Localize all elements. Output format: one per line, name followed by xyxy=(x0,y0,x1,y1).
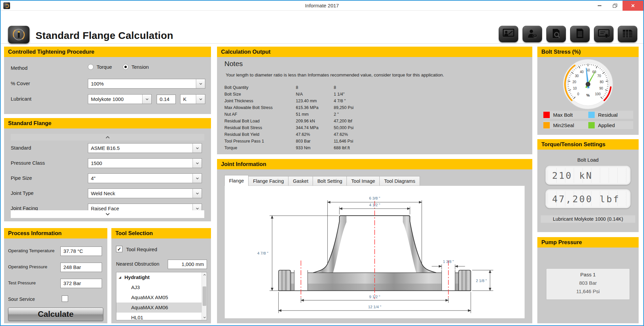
svg-text:90: 90 xyxy=(599,87,603,90)
method-option-tension[interactable]: Tension xyxy=(123,64,149,70)
dim-overall: 12 1/4 " xyxy=(368,305,381,309)
pressure-class-select[interactable]: 1500 xyxy=(88,158,202,168)
calc-output-row: Residual Bolt Load209.96 kN47,200 lbf xyxy=(224,119,527,125)
pipe-size-select[interactable]: 4" xyxy=(88,173,202,183)
test-pressure-input[interactable]: 372 Bar xyxy=(60,279,102,288)
tab-tool-diagrams[interactable]: Tool Diagrams xyxy=(380,176,420,186)
obstruction-label: Nearest Obstruction xyxy=(116,261,159,267)
radio-icon[interactable] xyxy=(123,64,128,70)
document-search-icon xyxy=(551,28,561,40)
scrollbar-thumb[interactable] xyxy=(203,286,206,306)
legend-item-residual: Residual xyxy=(588,112,633,118)
report-button[interactable] xyxy=(570,26,590,42)
bolt-stress-gauge: 0102030405060708090100% xyxy=(561,58,614,112)
joint-tabs: FlangeFlange FacingGasketBolt SettingToo… xyxy=(224,175,420,186)
calculation-output-panel: Calculation Output Notes Your length to … xyxy=(217,47,532,154)
svg-text:40: 40 xyxy=(580,70,584,74)
legend-swatch xyxy=(588,112,595,118)
cover-select[interactable]: 100% xyxy=(88,79,205,89)
informate-logo-icon xyxy=(8,26,30,44)
operating-pressure-input[interactable]: 248 Bar xyxy=(60,263,102,272)
tool-item-aj3[interactable]: AJ3 xyxy=(116,282,202,292)
training-presentation-button[interactable] xyxy=(499,26,518,42)
chevron-down-icon[interactable] xyxy=(142,95,151,104)
chevron-up-icon xyxy=(106,136,110,139)
field-label: Pressure Class xyxy=(11,160,45,166)
joint-type-select[interactable]: Weld Neck xyxy=(88,188,202,198)
scroll-down-icon[interactable] xyxy=(202,315,207,320)
process-information-panel: Process Information Operating Temperatur… xyxy=(4,228,107,323)
app-icon xyxy=(3,2,10,9)
chevron-down-icon[interactable] xyxy=(193,189,202,198)
chevron-down-icon[interactable] xyxy=(193,159,202,168)
legend-item-min2seal: Min2Seal xyxy=(543,122,588,128)
tool-required-checkbox[interactable]: ✓ xyxy=(116,246,122,252)
chevron-down-icon[interactable] xyxy=(193,174,202,183)
lubricant-select[interactable]: Molykote 1000 xyxy=(88,94,152,104)
presentation-icon xyxy=(502,29,515,40)
chevron-down-icon[interactable] xyxy=(196,79,205,88)
obstruction-input[interactable]: 1,000 mm xyxy=(168,260,207,269)
window-title: Informate 2017 xyxy=(1,3,643,8)
pass-bar-value: 803 Bar xyxy=(546,280,630,286)
tool-group-hydratight[interactable]: ◢Hydratight xyxy=(116,272,202,282)
panel-title: Pump Pressure xyxy=(537,237,639,248)
tool-list-scrollbar[interactable] xyxy=(202,272,207,320)
expander-icon[interactable]: ◢ xyxy=(119,272,121,282)
calculate-button[interactable]: Calculate xyxy=(8,308,103,321)
titlebar: Informate 2017 ✕ xyxy=(1,1,643,11)
close-button[interactable]: ✕ xyxy=(623,1,643,11)
k-unit-select[interactable]: K xyxy=(180,94,205,104)
tab-tool-image[interactable]: Tool Image xyxy=(347,176,380,186)
restore-button[interactable] xyxy=(607,1,623,11)
calc-output-row: Bolt SizeN/A1 1/4" xyxy=(224,92,527,99)
pump-pass-box: Pass 1 803 Bar 11,646 Psi xyxy=(546,268,630,300)
operating-temperature-input[interactable]: 37.78 °C xyxy=(60,247,102,256)
panel-title: Torque/Tension Settings xyxy=(537,139,639,150)
sour-service-label: Sour Service xyxy=(8,296,35,302)
tab-flange[interactable]: Flange xyxy=(224,175,249,186)
legend-item-max-bolt: Max Bolt xyxy=(543,112,588,118)
legend-swatch xyxy=(543,122,550,128)
document-preview-button[interactable] xyxy=(546,26,566,42)
svg-text:100: 100 xyxy=(595,92,601,96)
method-options: TorqueTension xyxy=(88,64,156,70)
tool-required-label: Tool Required xyxy=(126,247,157,252)
chevron-down-icon[interactable] xyxy=(196,95,205,104)
svg-text:10: 10 xyxy=(573,87,577,90)
certificate-icon xyxy=(598,29,610,40)
sour-service-checkbox[interactable] xyxy=(62,295,68,302)
radio-icon[interactable] xyxy=(88,64,94,70)
app-logo xyxy=(8,26,30,44)
tool-item-hl01[interactable]: HL01 xyxy=(116,313,202,320)
minimize-button[interactable] xyxy=(592,1,607,11)
lubricant-summary: Lubricant Molykote 1000 (0.14K) xyxy=(541,215,635,223)
scroll-down-strip[interactable] xyxy=(11,210,204,218)
field-label: Standard xyxy=(11,145,31,151)
spreadsheet-button[interactable] xyxy=(618,26,637,42)
tool-item-aquamax-am05[interactable]: AquaMAX AM05 xyxy=(116,292,202,303)
tool-selection-panel: Tool Selection ✓ Tool Required Nearest O… xyxy=(111,228,211,323)
standard-select[interactable]: ASME B16.5 xyxy=(88,143,202,153)
tab-gasket[interactable]: Gasket xyxy=(288,176,313,186)
chevron-down-icon[interactable] xyxy=(193,144,202,153)
panel-title: Bolt Stress (%) xyxy=(537,47,639,57)
tool-list: ◢HydratightAJ3AquaMAX AM05AquaMAX AM06HL… xyxy=(116,272,207,320)
method-option-torque[interactable]: Torque xyxy=(88,64,112,70)
page-title: Standard Flange Calculation xyxy=(36,30,173,41)
panel-title: Calculation Output xyxy=(217,47,532,57)
tab-bolt-setting[interactable]: Bolt Setting xyxy=(313,176,347,186)
scroll-up-icon[interactable] xyxy=(202,272,207,277)
k-factor-input[interactable]: 0.14 xyxy=(157,95,176,104)
toolbar xyxy=(499,26,637,42)
certificate-button[interactable] xyxy=(594,26,613,42)
pass-label: Pass 1 xyxy=(546,272,630,277)
bolt-load-metric-display: 210 kN xyxy=(545,166,631,185)
app-window: Informate 2017 ✕ Standard Flange Calcula xyxy=(0,0,644,326)
pass-psi-value: 11,646 Psi xyxy=(546,288,630,294)
bolt-load-imperial-display: 47,200 lbf xyxy=(545,189,631,208)
tab-flange-facing[interactable]: Flange Facing xyxy=(249,176,288,186)
scroll-up-strip[interactable] xyxy=(11,134,204,141)
tool-item-aquamax-am06[interactable]: AquaMAX AM06 xyxy=(116,303,202,313)
user-info-button[interactable] xyxy=(523,26,542,42)
